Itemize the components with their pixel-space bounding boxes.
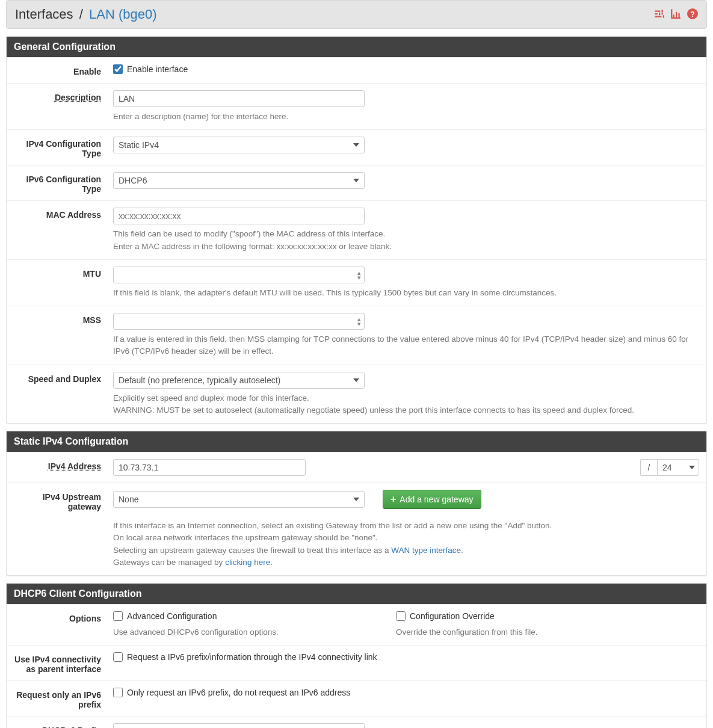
label-pd-size: DHCPv6 Prefix Delegation size — [14, 723, 113, 728]
clicking-here-link[interactable]: clicking here — [225, 558, 270, 567]
svg-text:?: ? — [690, 10, 695, 18]
label-speed: Speed and Duplex — [14, 372, 113, 384]
panel-dhcp6: DHCP6 Client Configuration Options Advan… — [6, 583, 707, 728]
label-only-prefix: Request only an IPv6 prefix — [14, 688, 113, 709]
adv-config-help: Use advanced DHCPv6 configuration option… — [113, 626, 378, 638]
header-actions: ? — [653, 8, 698, 21]
chart-icon[interactable] — [670, 8, 681, 21]
mtu-help: If this field is blank, the adapter's de… — [113, 287, 699, 299]
breadcrumb: Interfaces / LAN (bge0) — [15, 7, 157, 22]
config-override-checkbox[interactable] — [396, 611, 406, 621]
speed-select[interactable]: Default (no preference, typically autose… — [113, 372, 365, 389]
adv-config-checkbox[interactable] — [113, 611, 123, 621]
config-override-label: Configuration Override — [410, 611, 495, 621]
speed-help2: WARNING: MUST be set to autoselect (auto… — [113, 404, 699, 416]
mss-input[interactable] — [113, 313, 365, 330]
label-ipv4-address: IPv4 Address — [14, 459, 113, 471]
panel-header-general: General Configuration — [7, 37, 706, 57]
enable-checkbox[interactable] — [113, 64, 123, 74]
label-ipv4-parent: Use IPv4 connectivity as parent interfac… — [14, 652, 113, 674]
gateway-help2: On local area network interfaces the ups… — [113, 532, 699, 544]
mtu-input[interactable] — [113, 267, 365, 283]
only-prefix-checkbox[interactable] — [113, 688, 123, 697]
panel-header-static-ipv4: Static IPv4 Configuration — [7, 431, 706, 452]
label-ipv4-gateway: IPv4 Upstream gateway — [14, 490, 113, 511]
breadcrumb-leaf[interactable]: LAN (bge0) — [89, 7, 157, 22]
panel-header-dhcp6: DHCP6 Client Configuration — [7, 584, 706, 604]
config-override-wrap[interactable]: Configuration Override — [396, 611, 495, 621]
ipv4-parent-checkbox[interactable] — [113, 652, 123, 662]
mac-help2: Enter a MAC address in the following for… — [113, 241, 699, 253]
adv-config-wrap[interactable]: Advanced Configuration — [113, 611, 217, 621]
slash-separator: / — [640, 459, 657, 476]
label-mss: MSS — [14, 313, 113, 325]
enable-checkbox-label: Enable interface — [127, 64, 188, 74]
ipv4-parent-label: Request a IPv6 prefix/information throug… — [127, 652, 377, 662]
ipv6-type-select[interactable]: DHCP6 — [113, 172, 365, 189]
breadcrumb-sep: / — [77, 7, 85, 22]
label-ipv4-type: IPv4 Configuration Type — [14, 137, 113, 158]
config-override-help: Override the configuration from this fil… — [396, 626, 699, 638]
label-options: Options — [14, 611, 113, 623]
pd-size-select[interactable]: None — [113, 723, 365, 728]
breadcrumb-root[interactable]: Interfaces — [15, 7, 73, 22]
adv-config-label: Advanced Configuration — [127, 611, 217, 621]
gateway-help1: If this interface is an Internet connect… — [113, 520, 699, 532]
add-gateway-button[interactable]: + Add a new gateway — [383, 490, 481, 509]
plus-icon: + — [390, 495, 396, 504]
panel-general: General Configuration Enable Enable inte… — [6, 36, 707, 424]
add-gateway-label: Add a new gateway — [400, 495, 473, 504]
label-enable: Enable — [14, 64, 113, 76]
ipv4-type-select[interactable]: Static IPv4 — [113, 137, 365, 153]
only-prefix-wrap[interactable]: Only request an IPv6 prefix, do not requ… — [113, 688, 350, 697]
enable-checkbox-wrap[interactable]: Enable interface — [113, 64, 188, 74]
only-prefix-label: Only request an IPv6 prefix, do not requ… — [127, 688, 350, 697]
gateway-help4: Gateways can be managed by clicking here… — [113, 557, 699, 569]
panel-static-ipv4: Static IPv4 Configuration IPv4 Address /… — [6, 431, 707, 576]
label-mtu: MTU — [14, 267, 113, 279]
mac-help1: This field can be used to modify ("spoof… — [113, 228, 699, 240]
wan-type-link[interactable]: WAN type interface — [391, 546, 461, 555]
label-mac: MAC Address — [14, 208, 113, 220]
sliders-icon[interactable] — [653, 8, 664, 21]
ipv4-cidr-select[interactable]: 24 — [657, 459, 699, 476]
ipv4-gateway-select[interactable]: None — [113, 491, 365, 508]
label-description: Description — [14, 90, 113, 102]
mss-help: If a value is entered in this field, the… — [113, 333, 699, 358]
page-header: Interfaces / LAN (bge0) ? — [6, 0, 707, 29]
description-input[interactable] — [113, 90, 365, 107]
help-icon[interactable]: ? — [687, 8, 698, 21]
mac-input[interactable] — [113, 208, 365, 224]
speed-help1: Explicitly set speed and duplex mode for… — [113, 392, 699, 404]
ipv4-address-input[interactable] — [113, 459, 306, 476]
ipv4-parent-wrap[interactable]: Request a IPv6 prefix/information throug… — [113, 652, 377, 662]
label-ipv6-type: IPv6 Configuration Type — [14, 172, 113, 194]
description-help: Enter a description (name) for the inter… — [113, 111, 699, 123]
gateway-help3: Selecting an upstream gateway causes the… — [113, 544, 699, 557]
